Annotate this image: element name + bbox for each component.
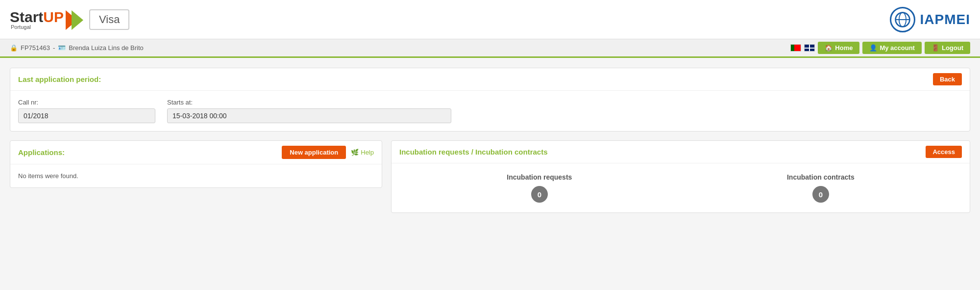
call-nr-group: Call nr: 01/2018 (18, 99, 155, 123)
starts-at-group: Starts at: 15-03-2018 00:00 (167, 99, 451, 123)
incubation-contracts-label: Incubation contracts (787, 173, 855, 181)
main-content: Last application period: Back Call nr: 0… (0, 58, 980, 232)
flag-uk[interactable] (804, 44, 815, 52)
incubation-col: Incubation requests / Incubation contrac… (391, 140, 970, 222)
topbar-user-info: 🔒 FP751463 - 🪪 Brenda Luiza Lins de Brit… (10, 44, 144, 52)
topbar-nav: 🏠 Home 👤 My account 🚪 Logout (790, 42, 970, 54)
incubation-requests-count: 0 (531, 186, 548, 203)
iapmei-text: IAPMEI (920, 12, 970, 27)
separator: - (53, 44, 55, 52)
new-application-button[interactable]: New application (282, 146, 346, 159)
my-account-label: My account (880, 44, 915, 52)
applications-title: Applications: (18, 148, 65, 157)
incubation-title: Incubation requests / Incubation contrac… (399, 148, 548, 156)
lock-icon: 🔒 (10, 44, 18, 52)
id-card-icon: 🪪 (58, 44, 66, 52)
home-icon: 🏠 (825, 44, 833, 52)
person-icon: 👤 (869, 44, 877, 52)
back-button[interactable]: Back (933, 73, 962, 85)
incubation-contracts-item: Incubation contracts 0 (787, 173, 855, 203)
last-application-header: Last application period: Back (10, 68, 970, 91)
logo-start: Start (10, 9, 43, 25)
incubation-header: Incubation requests / Incubation contrac… (392, 141, 970, 163)
two-col-area: Applications: New application 🌿 Help No … (10, 140, 970, 222)
call-nr-value: 01/2018 (18, 108, 155, 123)
starts-at-label: Starts at: (167, 99, 451, 106)
applications-header: Applications: New application 🌿 Help (10, 141, 382, 164)
access-button[interactable]: Access (926, 146, 962, 158)
logo-up: UP (43, 9, 64, 25)
logout-label: Logout (942, 44, 963, 52)
incubation-requests-label: Incubation requests (507, 173, 572, 181)
last-application-title: Last application period: (18, 75, 101, 83)
user-id: FP751463 (21, 44, 50, 52)
incubation-body: Incubation requests 0 Incubation contrac… (392, 163, 970, 212)
last-application-card: Last application period: Back Call nr: 0… (10, 68, 970, 132)
logout-button[interactable]: 🚪 Logout (925, 42, 970, 54)
visa-badge: Visa (89, 9, 129, 30)
logo-area: StartUP Portugal Visa (10, 9, 129, 30)
my-account-button[interactable]: 👤 My account (862, 42, 922, 54)
topbar: 🔒 FP751463 - 🪪 Brenda Luiza Lins de Brit… (0, 39, 980, 58)
last-application-body: Call nr: 01/2018 Starts at: 15-03-2018 0… (10, 91, 970, 131)
help-label: Help (361, 149, 374, 156)
logout-icon: 🚪 (931, 44, 939, 52)
applications-card: Applications: New application 🌿 Help No … (10, 140, 382, 188)
help-icon: 🌿 (351, 149, 359, 156)
call-nr-label: Call nr: (18, 99, 155, 106)
user-name: Brenda Luiza Lins de Brito (69, 44, 143, 52)
flag-portugal[interactable] (790, 44, 801, 52)
iapmei-logo: IAPMEI (890, 7, 970, 32)
incubation-card: Incubation requests / Incubation contrac… (391, 140, 970, 213)
apps-actions: New application 🌿 Help (282, 146, 374, 159)
header: StartUP Portugal Visa IAPMEI (0, 0, 980, 39)
no-items-text: No items were found. (10, 164, 382, 187)
starts-at-value: 15-03-2018 00:00 (167, 108, 451, 123)
incubation-contracts-count: 0 (812, 186, 829, 203)
incubation-requests-item: Incubation requests 0 (507, 173, 572, 203)
iapmei-icon (890, 7, 915, 32)
form-row: Call nr: 01/2018 Starts at: 15-03-2018 0… (18, 99, 962, 123)
home-button[interactable]: 🏠 Home (818, 42, 859, 54)
home-label: Home (835, 44, 853, 52)
help-link[interactable]: 🌿 Help (351, 149, 374, 156)
applications-col: Applications: New application 🌿 Help No … (10, 140, 382, 197)
